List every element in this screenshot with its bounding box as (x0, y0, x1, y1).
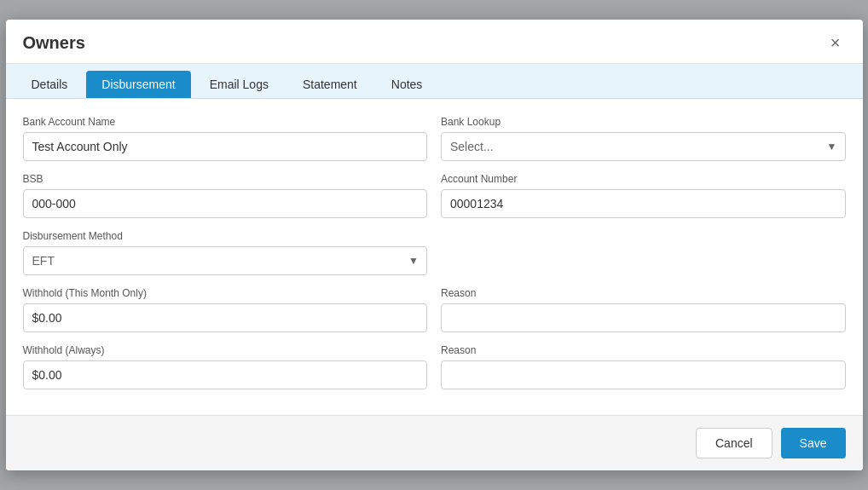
group-reason-always: Reason (441, 344, 846, 389)
bsb-label: BSB (23, 173, 428, 185)
save-button[interactable]: Save (781, 428, 846, 458)
group-bank-lookup: Bank Lookup Select... ▼ (441, 116, 846, 161)
account-number-input[interactable] (441, 189, 846, 218)
group-reason-month: Reason (441, 287, 846, 332)
group-disbursement-method: Disbursement Method EFT Cheque Cash ▼ (23, 230, 428, 275)
row-disbursement-method: Disbursement Method EFT Cheque Cash ▼ (23, 230, 846, 275)
disbursement-method-select[interactable]: EFT Cheque Cash (23, 246, 428, 275)
group-bank-account-name: Bank Account Name (23, 116, 428, 161)
cancel-button[interactable]: Cancel (696, 428, 773, 458)
bank-lookup-select[interactable]: Select... (441, 132, 846, 161)
reason-always-label: Reason (441, 344, 846, 356)
modal-header: Owners × (6, 20, 863, 64)
modal: Owners × Details Disbursement Email Logs… (6, 20, 863, 470)
row-withhold-always: Withhold (Always) Reason (23, 344, 846, 389)
bank-account-name-label: Bank Account Name (23, 116, 428, 128)
tab-details[interactable]: Details (16, 71, 84, 98)
tab-notes[interactable]: Notes (376, 71, 438, 98)
modal-body: Bank Account Name Bank Lookup Select... … (6, 99, 863, 415)
group-account-number: Account Number (441, 173, 846, 218)
modal-title: Owners (23, 33, 85, 53)
reason-month-label: Reason (441, 287, 846, 299)
bank-account-name-input[interactable] (23, 132, 428, 161)
account-number-label: Account Number (441, 173, 846, 185)
tab-statement[interactable]: Statement (287, 71, 373, 98)
withhold-month-label: Withhold (This Month Only) (23, 287, 428, 299)
modal-footer: Cancel Save (6, 415, 863, 470)
modal-overlay: Owners × Details Disbursement Email Logs… (0, 0, 868, 490)
bsb-input[interactable] (23, 189, 428, 218)
row-withhold-month: Withhold (This Month Only) Reason (23, 287, 846, 332)
bank-lookup-select-wrapper: Select... ▼ (441, 132, 846, 161)
reason-always-input[interactable] (441, 360, 846, 389)
tab-email-logs[interactable]: Email Logs (194, 71, 284, 98)
disbursement-method-select-wrapper: EFT Cheque Cash ▼ (23, 246, 428, 275)
row-bank-account: Bank Account Name Bank Lookup Select... … (23, 116, 846, 161)
reason-month-input[interactable] (441, 303, 846, 332)
withhold-month-input[interactable] (23, 303, 428, 332)
withhold-always-input[interactable] (23, 360, 428, 389)
disbursement-method-label: Disbursement Method (23, 230, 428, 242)
withhold-always-label: Withhold (Always) (23, 344, 428, 356)
close-button[interactable]: × (825, 32, 846, 55)
tabs-bar: Details Disbursement Email Logs Statemen… (6, 64, 863, 99)
row-bsb-account: BSB Account Number (23, 173, 846, 218)
tab-disbursement[interactable]: Disbursement (86, 71, 190, 98)
group-withhold-always: Withhold (Always) (23, 344, 428, 389)
group-bsb: BSB (23, 173, 428, 218)
bank-lookup-label: Bank Lookup (441, 116, 846, 128)
group-withhold-month: Withhold (This Month Only) (23, 287, 428, 332)
